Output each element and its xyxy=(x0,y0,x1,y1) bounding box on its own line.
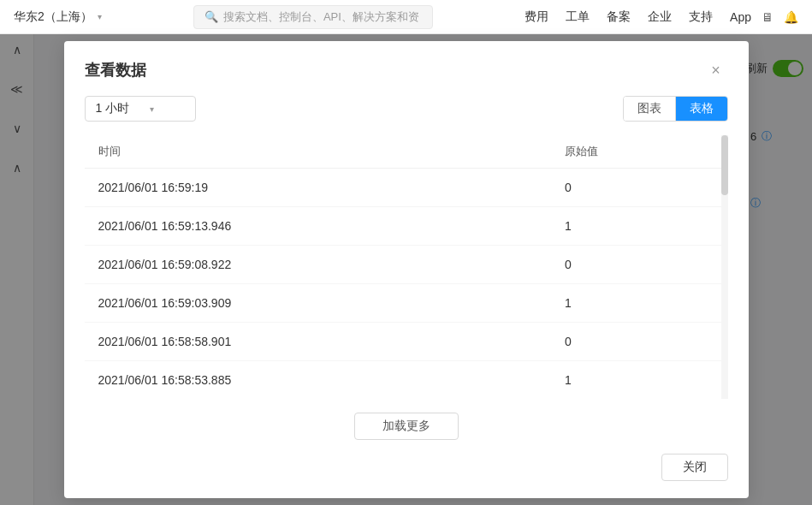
nav-item-ticket[interactable]: 工单 xyxy=(566,9,590,25)
col-time: 时间 xyxy=(85,135,552,169)
nav-item-enterprise[interactable]: 企业 xyxy=(648,9,672,25)
modal-close-button[interactable]: × xyxy=(704,58,728,82)
bell-icon[interactable]: 🔔 xyxy=(784,10,798,24)
table-header-row: 时间 原始值 xyxy=(85,135,728,169)
nav-item-icp[interactable]: 备案 xyxy=(607,9,631,25)
search-area: 🔍 搜索文档、控制台、API、解决方案和资 xyxy=(102,5,525,29)
scrollbar-thumb[interactable] xyxy=(721,135,728,195)
cell-value: 0 xyxy=(551,246,727,284)
cell-value: 0 xyxy=(551,323,727,361)
tab-table[interactable]: 表格 xyxy=(676,97,727,121)
table-row: 2021/06/01 16:59:08.9220 xyxy=(85,246,728,284)
scrollbar-track[interactable] xyxy=(721,135,728,399)
region-selector[interactable]: 华东2（上海） ▾ xyxy=(14,9,102,25)
modal-title: 查看数据 xyxy=(85,60,146,80)
search-box[interactable]: 🔍 搜索文档、控制台、API、解决方案和资 xyxy=(193,5,433,29)
search-icon: 🔍 xyxy=(204,10,218,23)
modal-toolbar: 1 小时 ▾ 图表 表格 xyxy=(64,96,749,135)
col-value: 原始值 xyxy=(551,135,727,169)
close-icon: × xyxy=(711,62,720,80)
tab-chart[interactable]: 图表 xyxy=(624,97,676,121)
view-data-modal: 查看数据 × 1 小时 ▾ 图表 表格 xyxy=(64,41,749,498)
cell-value: 1 xyxy=(551,207,727,246)
cell-time: 2021/06/01 16:59:19 xyxy=(85,169,552,207)
table-scroll-wrapper: 时间 原始值 2021/06/01 16:59:1902021/06/01 16… xyxy=(85,135,728,399)
cell-time: 2021/06/01 16:59:13.946 xyxy=(85,207,552,246)
cell-time: 2021/06/01 16:58:53.885 xyxy=(85,361,552,400)
table-row: 2021/06/01 16:59:190 xyxy=(85,169,728,207)
cell-time: 2021/06/01 16:58:58.901 xyxy=(85,323,552,361)
table-row: 2021/06/01 16:58:58.9010 xyxy=(85,323,728,361)
time-range-dropdown[interactable]: 1 小时 ▾ xyxy=(85,96,196,122)
topbar-nav: 费用 工单 备案 企业 支持 App xyxy=(525,9,751,25)
modal-footer: 加载更多 关闭 xyxy=(64,399,749,498)
main-content: ∧ ≪ ∨ ∧ 实时刷新 粒度 6 ⓘ 电流 ⓘ xyxy=(0,34,812,505)
cell-time: 2021/06/01 16:59:03.909 xyxy=(85,284,552,323)
view-tab-group: 图表 表格 xyxy=(623,96,728,122)
data-table: 时间 原始值 2021/06/01 16:59:1902021/06/01 16… xyxy=(85,135,728,399)
cell-value: 1 xyxy=(551,284,727,323)
cell-value: 0 xyxy=(551,169,727,207)
nav-item-fees[interactable]: 费用 xyxy=(525,9,548,25)
modal-overlay: 查看数据 × 1 小时 ▾ 图表 表格 xyxy=(0,34,812,505)
close-button[interactable]: 关闭 xyxy=(661,454,728,481)
table-row: 2021/06/01 16:59:13.9461 xyxy=(85,207,728,246)
table-row: 2021/06/01 16:59:03.9091 xyxy=(85,284,728,323)
time-range-value: 1 小时 xyxy=(96,101,130,116)
monitor-icon[interactable]: 🖥 xyxy=(762,10,773,24)
search-placeholder: 搜索文档、控制台、API、解决方案和资 xyxy=(223,9,419,25)
nav-item-app[interactable]: App xyxy=(730,10,751,24)
topbar-icons: 🖥 🔔 xyxy=(762,10,798,24)
dropdown-arrow-icon: ▾ xyxy=(150,104,154,114)
table-row: 2021/06/01 16:58:53.8851 xyxy=(85,361,728,400)
data-table-area: 时间 原始值 2021/06/01 16:59:1902021/06/01 16… xyxy=(64,135,749,399)
nav-item-support[interactable]: 支持 xyxy=(689,9,713,25)
cell-value: 1 xyxy=(551,361,727,400)
cell-time: 2021/06/01 16:59:08.922 xyxy=(85,246,552,284)
topbar: 华东2（上海） ▾ 🔍 搜索文档、控制台、API、解决方案和资 费用 工单 备案… xyxy=(0,0,812,34)
load-more-button[interactable]: 加载更多 xyxy=(354,413,459,440)
modal-header: 查看数据 × xyxy=(64,41,749,96)
region-label: 华东2（上海） xyxy=(14,9,92,25)
